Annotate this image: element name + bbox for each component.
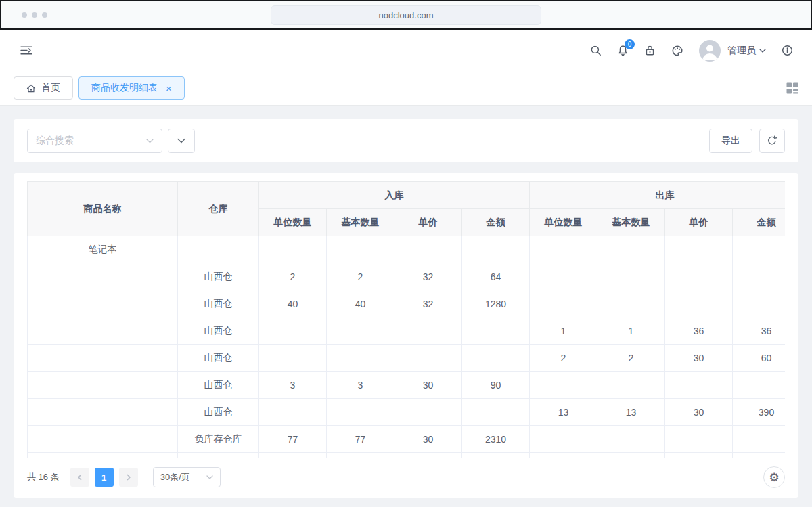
outbound-cell <box>530 236 597 263</box>
refresh-button[interactable] <box>759 129 785 153</box>
col-out-amount: 金额 <box>733 209 786 236</box>
outbound-cell: 30 <box>665 399 733 426</box>
search-toolbar: 综合搜索 导出 <box>14 119 798 162</box>
inbound-cell: 64 <box>462 263 530 290</box>
outbound-cell: 36 <box>665 317 733 345</box>
gear-icon: ⚙ <box>769 472 779 483</box>
outbound-cell: 2 <box>530 345 597 372</box>
outbound-cell: 30 <box>665 345 733 372</box>
outbound-cell <box>665 263 733 290</box>
pagination: 共 16 条 1 30条/页 ⚙ <box>27 466 785 488</box>
inbound-cell <box>259 453 327 459</box>
group-outbound: 出库 <box>530 182 786 209</box>
next-page-button[interactable] <box>119 468 138 487</box>
outbound-cell <box>733 290 786 317</box>
inbound-cell: 90 <box>462 372 530 399</box>
inbound-cell: 3 <box>327 372 394 399</box>
inbound-cell: 1280 <box>462 290 530 317</box>
warehouse-cell: 山西仓 <box>178 317 259 345</box>
outbound-cell <box>530 290 597 317</box>
prev-page-button[interactable] <box>70 468 89 487</box>
table-scroll-area[interactable]: 商品名称 仓库 入库 出库 单位数量 基本数量 单价 金额 单位数量 基本数量 … <box>27 181 785 458</box>
search-icon[interactable] <box>590 45 602 56</box>
layout-grid-icon[interactable] <box>786 82 798 94</box>
export-button-label: 导出 <box>721 135 740 147</box>
theme-palette-icon[interactable] <box>671 45 683 57</box>
inbound-cell <box>462 236 530 263</box>
inbound-cell <box>259 399 327 426</box>
inbound-cell <box>462 317 530 345</box>
tab-home[interactable]: 首页 <box>14 76 73 100</box>
product-cell <box>28 426 178 453</box>
inbound-cell <box>327 236 394 263</box>
inbound-cell <box>394 453 462 459</box>
tab-close-icon[interactable]: × <box>166 83 172 93</box>
search-select-placeholder: 综合搜索 <box>36 135 74 147</box>
export-button[interactable]: 导出 <box>709 129 752 153</box>
warehouse-cell: 山西仓 <box>178 263 259 290</box>
user-avatar[interactable] <box>699 40 721 62</box>
outbound-cell <box>597 263 665 290</box>
outbound-cell <box>665 236 733 263</box>
product-cell <box>28 290 178 317</box>
menu-unfold-icon[interactable] <box>20 45 32 56</box>
table-row: 山西仓131330390 <box>28 399 786 426</box>
warehouse-cell: 山西仓 <box>178 345 259 372</box>
outbound-cell <box>530 263 597 290</box>
outbound-cell <box>665 290 733 317</box>
toolbar-actions: 导出 <box>709 129 785 153</box>
window-dot <box>22 12 27 18</box>
lock-icon[interactable] <box>644 45 656 56</box>
outbound-cell <box>597 290 665 317</box>
outbound-cell <box>597 236 665 263</box>
notification-bell-icon[interactable]: 0 <box>617 45 629 56</box>
outbound-cell: 13 <box>597 399 665 426</box>
chevron-down-icon <box>206 475 213 479</box>
inbound-cell <box>327 453 394 459</box>
address-bar[interactable]: nodcloud.com <box>271 5 541 25</box>
outbound-cell: 1 <box>597 317 665 345</box>
table-row: 山西仓4040321280 <box>28 290 786 317</box>
inbound-cell <box>394 399 462 426</box>
notification-badge: 0 <box>625 39 635 49</box>
outbound-cell <box>733 236 786 263</box>
inbound-cell <box>327 317 394 345</box>
outbound-cell: 13 <box>530 399 597 426</box>
inbound-cell: 2 <box>327 263 394 290</box>
refresh-icon <box>767 135 777 146</box>
app-header: 0 管理员 <box>0 30 812 71</box>
warehouse-cell: 山西仓 <box>178 290 259 317</box>
inbound-cell: 32 <box>394 263 462 290</box>
inbound-cell <box>327 399 394 426</box>
info-icon[interactable] <box>782 45 793 56</box>
user-menu[interactable]: 管理员 <box>727 45 766 57</box>
window-dot <box>32 12 37 18</box>
inbound-cell <box>394 317 462 345</box>
product-cell <box>28 345 178 372</box>
page-content: 综合搜索 导出 <box>0 106 812 507</box>
search-select[interactable]: 综合搜索 <box>27 129 162 153</box>
inbound-cell: 40 <box>259 290 327 317</box>
col-in-unit-qty: 单位数量 <box>259 209 327 236</box>
window-dot <box>42 12 47 18</box>
username: 管理员 <box>727 45 756 57</box>
inbound-cell: 77 <box>327 426 394 453</box>
table-row: 山西仓333090 <box>28 372 786 399</box>
col-in-price: 单价 <box>394 209 462 236</box>
tab-report[interactable]: 商品收发明细表 × <box>78 76 185 100</box>
inbound-cell: 30 <box>394 426 462 453</box>
inbound-cell <box>259 236 327 263</box>
table-settings-button[interactable]: ⚙ <box>763 466 785 488</box>
page-size-select[interactable]: 30条/页 <box>153 467 221 487</box>
table-header: 商品名称 仓库 入库 出库 单位数量 基本数量 单价 金额 单位数量 基本数量 … <box>28 182 786 236</box>
table-row: 山西仓113636 <box>28 317 786 345</box>
window-control-dots <box>22 12 47 18</box>
page-number-button[interactable]: 1 <box>95 468 114 487</box>
outbound-cell <box>733 426 786 453</box>
inbound-cell: 3 <box>259 372 327 399</box>
inbound-cell <box>462 399 530 426</box>
chevron-down-icon <box>146 139 154 144</box>
table-row: 山西仓223264 <box>28 263 786 290</box>
warehouse-cell <box>178 453 259 459</box>
expand-filters-button[interactable] <box>168 129 195 153</box>
